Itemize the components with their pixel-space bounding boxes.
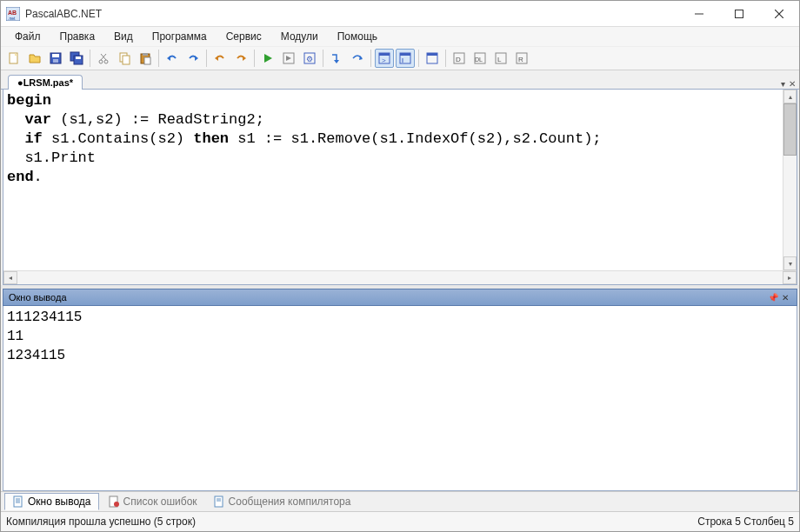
save-all-icon[interactable] [67, 49, 86, 68]
compile-icon[interactable]: ⚙ [300, 49, 319, 68]
copy-icon[interactable] [115, 49, 134, 68]
code-text: s1 := s1.Remove(s1.IndexOf(s2),s2.Count)… [229, 130, 601, 147]
save-icon[interactable] [46, 49, 65, 68]
minimize-button[interactable] [679, 1, 719, 27]
svg-text:.net: .net [8, 16, 16, 21]
tab-close-icon[interactable]: ✕ [789, 79, 796, 89]
svg-rect-58 [215, 496, 223, 507]
editor-vscrollbar[interactable]: ▴ ▾ [783, 90, 797, 270]
redo-icon[interactable] [183, 49, 203, 68]
code-text [7, 130, 24, 147]
pin-icon[interactable]: 📌 [767, 293, 779, 303]
nav-back-icon[interactable] [210, 49, 230, 68]
app-icon: AB.net [6, 7, 20, 21]
svg-rect-12 [53, 59, 58, 63]
menu-service[interactable]: Сервис [217, 29, 270, 44]
svg-rect-15 [76, 57, 81, 59]
statusbar: Компиляция прошла успешно (5 строк) Стро… [1, 512, 799, 531]
code-text: end [7, 169, 34, 185]
scroll-left-icon[interactable]: ◂ [3, 271, 17, 284]
panel-tab-compiler[interactable]: Сообщения компилятора [206, 494, 358, 509]
svg-text:DL: DL [475, 57, 483, 63]
window-mode-1-icon[interactable]: > [375, 49, 394, 68]
cut-icon[interactable] [94, 49, 113, 68]
output-panel[interactable]: 111234115 11 1234115 [3, 306, 797, 491]
titlebar: AB.net PascalABC.NET [1, 1, 799, 27]
scroll-thumb[interactable] [783, 103, 797, 156]
code-text: s1.Print [7, 150, 96, 166]
toolbar: ⚙ > D DL L R [1, 46, 799, 70]
svg-marker-25 [167, 56, 170, 61]
menu-program[interactable]: Программа [143, 29, 216, 44]
menu-modules[interactable]: Модули [272, 29, 327, 44]
menu-help[interactable]: Помощь [329, 29, 386, 44]
svg-text:D: D [456, 56, 461, 63]
svg-marker-31 [286, 56, 291, 61]
new-file-icon[interactable] [4, 49, 23, 68]
menu-edit[interactable]: Правка [51, 29, 104, 44]
scroll-down-icon[interactable]: ▾ [783, 256, 797, 270]
svg-text:AB: AB [8, 10, 17, 16]
module-l-icon[interactable]: L [491, 49, 510, 68]
code-text: begin [7, 92, 51, 109]
svg-rect-21 [123, 56, 130, 64]
run-no-debug-icon[interactable] [279, 49, 298, 68]
maximize-button[interactable] [719, 1, 759, 27]
panel-tab-label: Список ошибок [123, 495, 197, 508]
file-tab[interactable]: ●LRSM.pas* [8, 75, 83, 90]
svg-marker-29 [264, 54, 272, 63]
status-right: Строка 5 Столбец 5 [697, 515, 794, 528]
scroll-up-icon[interactable]: ▴ [783, 90, 797, 103]
close-button[interactable] [759, 1, 799, 27]
toolbar-separator [418, 50, 419, 67]
run-icon[interactable] [258, 49, 277, 68]
output-line: 111234115 [7, 309, 82, 325]
svg-rect-24 [144, 57, 150, 64]
document-icon [213, 495, 225, 508]
undo-icon[interactable] [163, 49, 182, 68]
toolbar-separator [254, 50, 255, 67]
paste-icon[interactable] [136, 49, 155, 68]
open-file-icon[interactable] [25, 49, 44, 68]
svg-rect-4 [736, 10, 743, 17]
output-header: Окно вывода 📌 ✕ [3, 289, 797, 306]
svg-marker-27 [215, 56, 218, 61]
module-dl-icon[interactable]: DL [470, 49, 490, 68]
toolbar-separator [206, 50, 207, 67]
panel-tab-errors[interactable]: Список ошибок [101, 494, 204, 509]
step-into-icon[interactable] [327, 49, 346, 68]
tab-dropdown-icon[interactable]: ▾ [781, 79, 785, 89]
toolbar-separator [90, 50, 90, 67]
menu-file[interactable]: Файл [6, 29, 50, 44]
svg-rect-52 [14, 496, 22, 507]
scroll-right-icon[interactable]: ▸ [783, 271, 797, 284]
svg-marker-28 [243, 56, 246, 61]
nav-forward-icon[interactable] [231, 49, 250, 68]
svg-rect-43 [427, 53, 437, 56]
panel-tab-label: Сообщения компилятора [229, 495, 351, 508]
code-text: (s1,s2) := ReadString2; [51, 111, 264, 128]
code-text: var [24, 111, 51, 128]
svg-text:⚙: ⚙ [306, 55, 313, 63]
panel-tab-output[interactable]: Окно вывода [4, 493, 99, 510]
code-text: then [193, 130, 229, 147]
tabstrip: ●LRSM.pas* ▾ ✕ [1, 70, 799, 90]
svg-text:>: > [382, 57, 386, 64]
menubar: Файл Правка Вид Программа Сервис Модули … [1, 27, 799, 46]
window-mode-2-icon[interactable] [396, 49, 415, 68]
form-designer-icon[interactable] [423, 49, 442, 68]
module-d-icon[interactable]: D [450, 49, 469, 68]
menu-view[interactable]: Вид [105, 29, 142, 44]
panel-tab-label: Окно вывода [28, 495, 91, 508]
svg-point-57 [114, 502, 119, 507]
editor-hscrollbar[interactable]: ◂ ▸ [3, 270, 797, 284]
svg-point-19 [104, 60, 108, 63]
toolbar-separator [370, 50, 371, 67]
close-panel-icon[interactable]: ✕ [779, 293, 791, 303]
code-editor[interactable]: begin var (s1,s2) := ReadString2; if s1.… [3, 90, 797, 270]
module-r-icon[interactable]: R [512, 49, 531, 68]
status-left: Компиляция прошла успешно (5 строк) [6, 515, 196, 528]
svg-marker-9 [30, 55, 40, 63]
output-title: Окно вывода [9, 292, 67, 303]
step-over-icon[interactable] [348, 49, 367, 68]
